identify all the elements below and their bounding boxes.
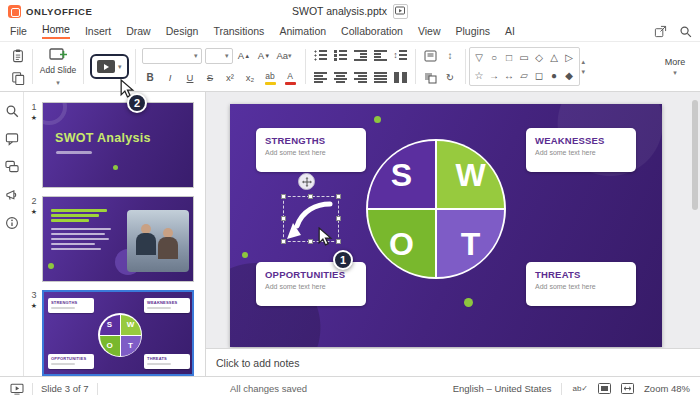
- shape-circle-icon[interactable]: ○: [491, 53, 497, 63]
- underline-button[interactable]: U: [182, 69, 199, 86]
- weaknesses-card[interactable]: WEAKNESSES Add some text here: [526, 128, 636, 172]
- swot-circle[interactable]: S W O T: [366, 139, 506, 279]
- columns-icon[interactable]: [392, 69, 409, 86]
- shape-rectangle-icon[interactable]: ▭: [519, 53, 528, 63]
- shape-square-icon[interactable]: □: [506, 53, 512, 63]
- dropdown-chevron-icon[interactable]: ▾: [118, 63, 122, 70]
- subscript-button[interactable]: x₂: [242, 69, 259, 86]
- menu-insert[interactable]: Insert: [85, 25, 111, 39]
- shape-dot-icon[interactable]: ●: [551, 71, 557, 81]
- comments-icon[interactable]: [5, 132, 19, 146]
- superscript-button[interactable]: x²: [222, 69, 239, 86]
- spellcheck-icon[interactable]: ab✓: [572, 384, 588, 393]
- shapes-gallery[interactable]: ▽ ○ □ ▭ ◇ △ ▷ ☆ → ↔ ▱ ◻ ● ◆: [469, 47, 580, 86]
- search-icon[interactable]: [679, 25, 692, 38]
- feedback-icon[interactable]: [5, 188, 19, 202]
- selection-handle[interactable]: [308, 194, 313, 199]
- strikethrough-button[interactable]: S: [202, 69, 219, 86]
- slide-2-thumbnail[interactable]: [42, 196, 194, 282]
- menu-home[interactable]: Home: [42, 23, 70, 39]
- line-spacing-icon[interactable]: ↕: [392, 47, 409, 64]
- slide-1-thumbnail[interactable]: SWOT Analysis: [42, 102, 194, 188]
- shape-parallelogram-icon[interactable]: ▱: [520, 71, 528, 81]
- decrease-indent-icon[interactable]: [352, 47, 369, 64]
- menu-ai[interactable]: AI: [505, 25, 515, 39]
- bold-button[interactable]: B: [142, 69, 159, 86]
- selection-handle[interactable]: [308, 239, 313, 244]
- menu-file[interactable]: File: [10, 25, 27, 39]
- fit-slide-icon[interactable]: [598, 383, 611, 394]
- font-size-select[interactable]: ▾: [205, 48, 233, 64]
- italic-button[interactable]: I: [162, 69, 179, 86]
- shape-triangle-icon[interactable]: △: [550, 53, 558, 63]
- paste-icon[interactable]: [9, 47, 26, 64]
- language-selector[interactable]: English – United States: [453, 383, 552, 394]
- menu-draw[interactable]: Draw: [126, 25, 151, 39]
- font-color-button[interactable]: A: [282, 69, 299, 86]
- threats-card[interactable]: THREATS Add some text here: [526, 262, 636, 306]
- shape-double-arrow-icon[interactable]: ↔: [504, 71, 514, 81]
- font-name-select[interactable]: ▾: [142, 48, 202, 64]
- more-button[interactable]: More ▾: [656, 45, 694, 88]
- quadrant-strengths[interactable]: S: [368, 141, 435, 208]
- chat-icon[interactable]: [5, 160, 19, 174]
- align-center-icon[interactable]: [332, 69, 349, 86]
- text-direction-icon[interactable]: ↕: [442, 47, 459, 64]
- decrease-font-icon[interactable]: A▼: [256, 47, 273, 64]
- menu-design[interactable]: Design: [166, 25, 199, 39]
- align-justify-icon[interactable]: [372, 69, 389, 86]
- start-slideshow-icon[interactable]: [10, 383, 24, 395]
- selection-handle[interactable]: [336, 239, 341, 244]
- strengths-card[interactable]: STRENGTHS Add some text here: [256, 128, 366, 172]
- selection-handle[interactable]: [336, 216, 341, 221]
- selection-handle[interactable]: [281, 216, 286, 221]
- file-location-icon[interactable]: [654, 25, 667, 38]
- gallery-scroll-up-icon[interactable]: ▴: [582, 58, 586, 65]
- slide-3-thumbnail-selected[interactable]: STRENGTHS WEAKNESSES OPPORTUNITIES THREA…: [42, 290, 194, 376]
- document-title[interactable]: SWOT analysis.pptx: [292, 5, 387, 17]
- shape-arrow-icon[interactable]: →: [489, 71, 499, 81]
- highlight-color-button[interactable]: ab: [262, 69, 279, 86]
- quadrant-opportunities[interactable]: O: [368, 210, 435, 277]
- move-shape-icon[interactable]: [298, 173, 315, 190]
- gallery-scroll-down-icon[interactable]: ▾: [582, 68, 586, 75]
- insert-media-button[interactable]: ▾: [90, 54, 129, 79]
- bullet-list-icon[interactable]: [312, 47, 329, 64]
- menu-collaboration[interactable]: Collaboration: [341, 25, 403, 39]
- find-icon[interactable]: [5, 104, 19, 118]
- arrange-shape-icon[interactable]: [422, 69, 439, 86]
- selection-handle[interactable]: [336, 194, 341, 199]
- copy-icon[interactable]: [9, 69, 26, 86]
- align-left-icon[interactable]: [312, 69, 329, 86]
- rotate-shape-icon[interactable]: ↻: [442, 69, 459, 86]
- add-slide-button[interactable]: Add Slide ▾: [36, 45, 80, 88]
- numbered-list-icon[interactable]: [332, 47, 349, 64]
- opportunities-card[interactable]: OPPORTUNITIES Add some text here: [256, 262, 366, 306]
- vertical-align-icon[interactable]: [422, 47, 439, 64]
- notes-pane[interactable]: Click to add notes: [206, 348, 700, 376]
- shape-diamond-filled-icon[interactable]: ◆: [565, 71, 573, 81]
- align-right-icon[interactable]: [352, 69, 369, 86]
- quadrant-weaknesses[interactable]: W: [437, 141, 504, 208]
- canvas-scrollbar[interactable]: [692, 100, 698, 210]
- about-icon[interactable]: [5, 216, 19, 230]
- notes-placeholder[interactable]: Click to add notes: [216, 357, 299, 369]
- start-slideshow-icon[interactable]: [393, 4, 408, 19]
- current-slide[interactable]: STRENGTHS Add some text here WEAKNESSES …: [230, 104, 662, 347]
- shape-triangle-down-icon[interactable]: ▽: [475, 53, 483, 63]
- menu-transitions[interactable]: Transitions: [213, 25, 264, 39]
- increase-font-icon[interactable]: A▲: [236, 47, 253, 64]
- shape-triangle-right-icon[interactable]: ▷: [565, 53, 573, 63]
- menu-plugins[interactable]: Plugins: [456, 25, 490, 39]
- change-case-icon[interactable]: Aa▾: [276, 47, 293, 64]
- shape-diamond-icon[interactable]: ◇: [535, 53, 543, 63]
- menu-animation[interactable]: Animation: [279, 25, 326, 39]
- menu-view[interactable]: View: [418, 25, 441, 39]
- selection-handle[interactable]: [281, 194, 286, 199]
- increase-indent-icon[interactable]: [372, 47, 389, 64]
- fit-width-icon[interactable]: [621, 383, 634, 394]
- selection-handle[interactable]: [281, 239, 286, 244]
- shape-square-outline-icon[interactable]: ◻: [535, 71, 543, 81]
- zoom-control[interactable]: Zoom 48%: [644, 383, 690, 394]
- quadrant-threats[interactable]: T: [437, 210, 504, 277]
